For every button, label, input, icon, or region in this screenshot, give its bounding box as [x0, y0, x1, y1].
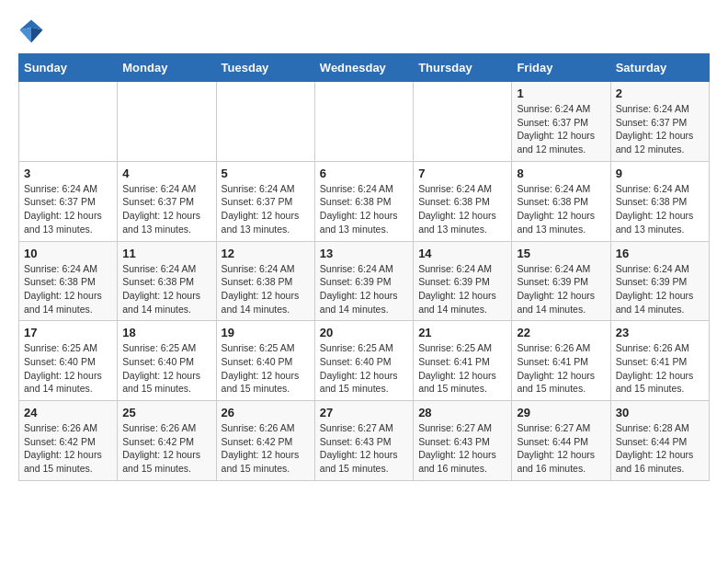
day-number: 7 — [418, 167, 506, 180]
logo-icon — [18, 18, 44, 44]
logo — [18, 18, 50, 44]
calendar-cell: 28Sunrise: 6:27 AM Sunset: 6:43 PM Dayli… — [414, 401, 512, 481]
svg-marker-2 — [19, 28, 31, 43]
day-info: Sunrise: 6:26 AM Sunset: 6:41 PM Dayligh… — [517, 341, 605, 396]
day-number: 12 — [222, 247, 310, 260]
calendar-cell: 3Sunrise: 6:24 AM Sunset: 6:37 PM Daylig… — [19, 161, 118, 241]
day-number: 2 — [616, 86, 704, 100]
calendar-week-row: 10Sunrise: 6:24 AM Sunset: 6:38 PM Dayli… — [19, 241, 710, 321]
calendar-cell: 11Sunrise: 6:24 AM Sunset: 6:38 PM Dayli… — [118, 241, 216, 321]
day-info: Sunrise: 6:25 AM Sunset: 6:41 PM Dayligh… — [418, 341, 506, 396]
calendar-cell: 7Sunrise: 6:24 AM Sunset: 6:38 PM Daylig… — [414, 161, 512, 241]
day-info: Sunrise: 6:24 AM Sunset: 6:38 PM Dayligh… — [517, 182, 605, 236]
calendar-cell: 5Sunrise: 6:24 AM Sunset: 6:37 PM Daylig… — [216, 161, 314, 241]
day-info: Sunrise: 6:25 AM Sunset: 6:40 PM Dayligh… — [320, 341, 408, 396]
day-info: Sunrise: 6:25 AM Sunset: 6:40 PM Dayligh… — [122, 341, 210, 396]
day-number: 30 — [616, 406, 704, 419]
day-number: 17 — [24, 326, 112, 339]
calendar-cell: 18Sunrise: 6:25 AM Sunset: 6:40 PM Dayli… — [118, 321, 216, 401]
day-number: 13 — [320, 247, 408, 260]
calendar-cell: 12Sunrise: 6:24 AM Sunset: 6:38 PM Dayli… — [216, 241, 314, 321]
day-number: 11 — [122, 247, 210, 260]
calendar-cell: 21Sunrise: 6:25 AM Sunset: 6:41 PM Dayli… — [414, 321, 512, 401]
day-of-week-header: Saturday — [610, 54, 709, 82]
calendar-cell: 19Sunrise: 6:25 AM Sunset: 6:40 PM Dayli… — [216, 321, 314, 401]
day-info: Sunrise: 6:24 AM Sunset: 6:37 PM Dayligh… — [517, 102, 605, 156]
calendar-cell: 30Sunrise: 6:28 AM Sunset: 6:44 PM Dayli… — [610, 401, 709, 481]
calendar-cell: 29Sunrise: 6:27 AM Sunset: 6:44 PM Dayli… — [512, 401, 610, 481]
day-info: Sunrise: 6:24 AM Sunset: 6:38 PM Dayligh… — [24, 262, 112, 316]
day-number: 8 — [517, 167, 605, 180]
calendar-week-row: 1Sunrise: 6:24 AM Sunset: 6:37 PM Daylig… — [19, 82, 710, 162]
day-info: Sunrise: 6:26 AM Sunset: 6:42 PM Dayligh… — [222, 421, 310, 476]
day-number: 1 — [517, 86, 605, 100]
calendar-cell: 14Sunrise: 6:24 AM Sunset: 6:39 PM Dayli… — [414, 241, 512, 321]
day-number: 23 — [616, 326, 704, 339]
day-number: 15 — [517, 247, 605, 260]
day-number: 20 — [320, 326, 408, 339]
calendar-cell: 25Sunrise: 6:26 AM Sunset: 6:42 PM Dayli… — [118, 401, 216, 481]
day-number: 21 — [418, 326, 506, 339]
day-info: Sunrise: 6:27 AM Sunset: 6:44 PM Dayligh… — [517, 421, 605, 476]
day-number: 9 — [616, 167, 704, 180]
day-info: Sunrise: 6:24 AM Sunset: 6:37 PM Dayligh… — [24, 182, 112, 236]
day-number: 29 — [517, 406, 605, 419]
day-number: 10 — [24, 247, 112, 260]
calendar-cell — [19, 82, 118, 162]
day-number: 19 — [222, 326, 310, 339]
day-number: 4 — [122, 167, 210, 180]
svg-marker-1 — [31, 28, 43, 43]
day-info: Sunrise: 6:27 AM Sunset: 6:43 PM Dayligh… — [418, 421, 506, 476]
calendar-body: 1Sunrise: 6:24 AM Sunset: 6:37 PM Daylig… — [19, 82, 710, 481]
day-number: 5 — [222, 167, 310, 180]
calendar-cell: 16Sunrise: 6:24 AM Sunset: 6:39 PM Dayli… — [610, 241, 709, 321]
day-info: Sunrise: 6:28 AM Sunset: 6:44 PM Dayligh… — [616, 421, 704, 476]
calendar-cell — [414, 82, 512, 162]
day-info: Sunrise: 6:26 AM Sunset: 6:42 PM Dayligh… — [24, 421, 112, 476]
day-info: Sunrise: 6:26 AM Sunset: 6:41 PM Dayligh… — [616, 341, 704, 396]
calendar-cell: 10Sunrise: 6:24 AM Sunset: 6:38 PM Dayli… — [19, 241, 118, 321]
calendar-cell: 9Sunrise: 6:24 AM Sunset: 6:38 PM Daylig… — [610, 161, 709, 241]
day-of-week-header: Monday — [118, 54, 216, 82]
day-of-week-header: Tuesday — [216, 54, 314, 82]
day-number: 18 — [122, 326, 210, 339]
day-number: 3 — [24, 167, 112, 180]
day-number: 25 — [122, 406, 210, 419]
day-info: Sunrise: 6:24 AM Sunset: 6:39 PM Dayligh… — [616, 262, 704, 316]
day-number: 24 — [24, 406, 112, 419]
calendar-cell: 2Sunrise: 6:24 AM Sunset: 6:37 PM Daylig… — [610, 82, 709, 162]
day-info: Sunrise: 6:24 AM Sunset: 6:37 PM Dayligh… — [122, 182, 210, 236]
day-info: Sunrise: 6:24 AM Sunset: 6:38 PM Dayligh… — [418, 182, 506, 236]
day-info: Sunrise: 6:24 AM Sunset: 6:38 PM Dayligh… — [320, 182, 408, 236]
day-of-week-header: Wednesday — [314, 54, 413, 82]
day-info: Sunrise: 6:24 AM Sunset: 6:38 PM Dayligh… — [616, 182, 704, 236]
day-number: 27 — [320, 406, 408, 419]
day-number: 22 — [517, 326, 605, 339]
calendar-cell: 23Sunrise: 6:26 AM Sunset: 6:41 PM Dayli… — [610, 321, 709, 401]
day-number: 16 — [616, 247, 704, 260]
calendar-cell: 24Sunrise: 6:26 AM Sunset: 6:42 PM Dayli… — [19, 401, 118, 481]
day-info: Sunrise: 6:24 AM Sunset: 6:38 PM Dayligh… — [122, 262, 210, 316]
calendar-cell: 8Sunrise: 6:24 AM Sunset: 6:38 PM Daylig… — [512, 161, 610, 241]
day-info: Sunrise: 6:26 AM Sunset: 6:42 PM Dayligh… — [122, 421, 210, 476]
calendar-cell: 27Sunrise: 6:27 AM Sunset: 6:43 PM Dayli… — [314, 401, 413, 481]
day-number: 14 — [418, 247, 506, 260]
day-number: 26 — [222, 406, 310, 419]
day-info: Sunrise: 6:24 AM Sunset: 6:37 PM Dayligh… — [616, 102, 704, 156]
calendar-cell: 22Sunrise: 6:26 AM Sunset: 6:41 PM Dayli… — [512, 321, 610, 401]
day-of-week-header: Friday — [512, 54, 610, 82]
calendar-week-row: 24Sunrise: 6:26 AM Sunset: 6:42 PM Dayli… — [19, 401, 710, 481]
calendar-cell: 6Sunrise: 6:24 AM Sunset: 6:38 PM Daylig… — [314, 161, 413, 241]
day-info: Sunrise: 6:24 AM Sunset: 6:39 PM Dayligh… — [517, 262, 605, 316]
calendar-cell — [216, 82, 314, 162]
calendar-table: SundayMondayTuesdayWednesdayThursdayFrid… — [18, 53, 710, 481]
calendar-cell: 4Sunrise: 6:24 AM Sunset: 6:37 PM Daylig… — [118, 161, 216, 241]
calendar-header: SundayMondayTuesdayWednesdayThursdayFrid… — [19, 54, 710, 82]
day-info: Sunrise: 6:24 AM Sunset: 6:37 PM Dayligh… — [222, 182, 310, 236]
calendar-week-row: 17Sunrise: 6:25 AM Sunset: 6:40 PM Dayli… — [19, 321, 710, 401]
calendar-cell: 15Sunrise: 6:24 AM Sunset: 6:39 PM Dayli… — [512, 241, 610, 321]
day-of-week-header: Thursday — [414, 54, 512, 82]
day-info: Sunrise: 6:24 AM Sunset: 6:39 PM Dayligh… — [320, 262, 408, 316]
calendar-week-row: 3Sunrise: 6:24 AM Sunset: 6:37 PM Daylig… — [19, 161, 710, 241]
page-header — [18, 18, 710, 44]
